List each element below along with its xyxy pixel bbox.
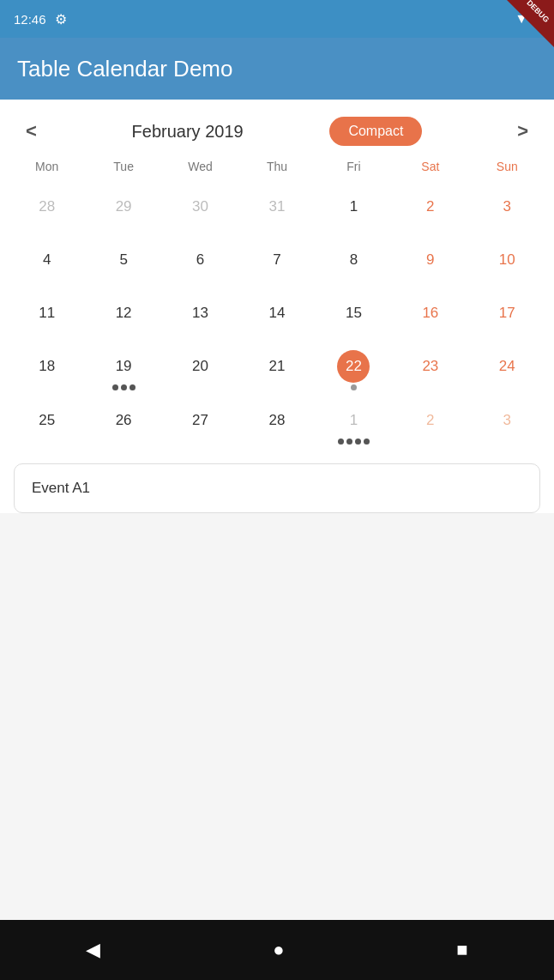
event-dot <box>351 384 357 390</box>
dow-tue: Tue <box>85 154 161 178</box>
event-label: Event A1 <box>32 480 90 496</box>
recents-button[interactable]: ■ <box>439 930 485 970</box>
time-display: 12:46 <box>14 12 46 27</box>
list-item[interactable]: Event A1 <box>14 463 540 513</box>
day-number: 30 <box>184 191 217 223</box>
table-row[interactable]: 2 <box>392 182 468 235</box>
table-row[interactable]: 10 <box>469 235 545 288</box>
table-row[interactable]: 14 <box>238 288 315 342</box>
table-row[interactable]: 1 <box>316 396 392 450</box>
table-row[interactable]: 3 <box>469 396 545 450</box>
back-button[interactable]: ◀ <box>69 930 117 970</box>
day-number: 15 <box>337 297 370 330</box>
dow-sat: Sat <box>392 154 468 178</box>
table-row[interactable]: 2 <box>392 396 468 450</box>
table-row[interactable]: 17 <box>469 288 545 342</box>
day-number-selected: 22 <box>337 350 370 383</box>
table-row[interactable]: 15 <box>316 288 392 342</box>
debug-corner: DEBUG <box>507 0 554 47</box>
day-number: 5 <box>107 244 140 276</box>
table-row[interactable]: 18 <box>9 342 85 396</box>
table-row[interactable]: 7 <box>238 235 315 288</box>
event-dot <box>338 439 344 445</box>
home-button[interactable]: ● <box>256 930 301 970</box>
table-row[interactable]: 29 <box>85 182 161 235</box>
debug-label: DEBUG <box>526 0 551 24</box>
table-row[interactable]: 19 <box>85 342 161 396</box>
table-row[interactable]: 5 <box>85 235 161 288</box>
day-number: 9 <box>414 244 447 276</box>
status-bar: 12:46 ⚙ ▼ ▮ DEBUG <box>0 0 554 38</box>
dow-thu: Thu <box>238 154 315 178</box>
dow-mon: Mon <box>9 154 85 178</box>
dow-fri: Fri <box>316 154 392 178</box>
day-number: 28 <box>261 404 293 437</box>
day-number: 3 <box>491 191 523 223</box>
day-number: 23 <box>414 350 447 383</box>
table-row[interactable]: 3 <box>469 182 545 235</box>
table-row[interactable]: 21 <box>238 342 315 396</box>
table-row[interactable]: 28 <box>9 182 85 235</box>
table-row[interactable]: 11 <box>9 288 85 342</box>
table-row[interactable]: 25 <box>9 396 85 450</box>
day-number: 12 <box>107 297 140 330</box>
event-dot <box>129 384 135 390</box>
table-row[interactable]: 24 <box>469 342 545 396</box>
table-row[interactable]: 30 <box>162 182 238 235</box>
day-number: 24 <box>491 350 523 383</box>
day-number: 2 <box>414 191 447 223</box>
event-dot <box>364 439 370 445</box>
day-number: 3 <box>491 404 523 437</box>
calendar-grid: 28 29 30 31 1 2 3 4 5 6 7 8 9 10 11 12 1… <box>0 182 554 450</box>
calendar-container: < February 2019 Compact > Mon Tue Wed Th… <box>0 100 554 513</box>
table-row[interactable]: 4 <box>9 235 85 288</box>
day-number: 27 <box>184 404 217 437</box>
nav-bar: ◀ ● ■ <box>0 920 554 980</box>
day-number: 31 <box>261 191 293 223</box>
next-month-button[interactable]: > <box>509 117 537 146</box>
event-dots <box>112 384 135 390</box>
table-row[interactable]: 26 <box>85 396 161 450</box>
event-dots <box>338 439 370 445</box>
day-number: 4 <box>31 244 63 276</box>
app-title: Table Calendar Demo <box>17 56 232 82</box>
day-number: 8 <box>337 244 370 276</box>
month-title: February 2019 <box>132 122 244 142</box>
table-row[interactable]: 8 <box>316 235 392 288</box>
table-row[interactable]: 31 <box>238 182 315 235</box>
table-row[interactable]: 1 <box>316 182 392 235</box>
dow-sun: Sun <box>469 154 545 178</box>
app-bar: Table Calendar Demo <box>0 38 554 100</box>
days-of-week-row: Mon Tue Wed Thu Fri Sat Sun <box>0 154 554 178</box>
event-dot <box>121 384 127 390</box>
table-row[interactable]: 27 <box>162 396 238 450</box>
compact-button[interactable]: Compact <box>329 117 422 146</box>
table-row[interactable]: 28 <box>238 396 315 450</box>
day-number: 2 <box>414 404 447 437</box>
event-dot <box>346 439 352 445</box>
table-row[interactable]: 12 <box>85 288 161 342</box>
day-number: 21 <box>261 350 293 383</box>
table-row[interactable]: 13 <box>162 288 238 342</box>
day-number: 7 <box>261 244 293 276</box>
table-row[interactable]: 20 <box>162 342 238 396</box>
day-number: 13 <box>184 297 217 330</box>
table-row[interactable]: 22 <box>316 342 392 396</box>
day-number: 26 <box>107 404 140 437</box>
day-number: 29 <box>107 191 140 223</box>
day-number: 28 <box>31 191 63 223</box>
day-number: 6 <box>184 244 217 276</box>
event-dot <box>112 384 118 390</box>
day-number: 17 <box>491 297 523 330</box>
gear-icon: ⚙ <box>55 11 67 27</box>
prev-month-button[interactable]: < <box>17 117 45 146</box>
table-row[interactable]: 6 <box>162 235 238 288</box>
day-number: 1 <box>337 404 370 437</box>
day-number: 19 <box>107 350 140 383</box>
day-number: 14 <box>261 297 293 330</box>
table-row[interactable]: 9 <box>392 235 468 288</box>
day-number: 11 <box>31 297 63 330</box>
event-dots <box>351 384 357 390</box>
table-row[interactable]: 16 <box>392 288 468 342</box>
table-row[interactable]: 23 <box>392 342 468 396</box>
